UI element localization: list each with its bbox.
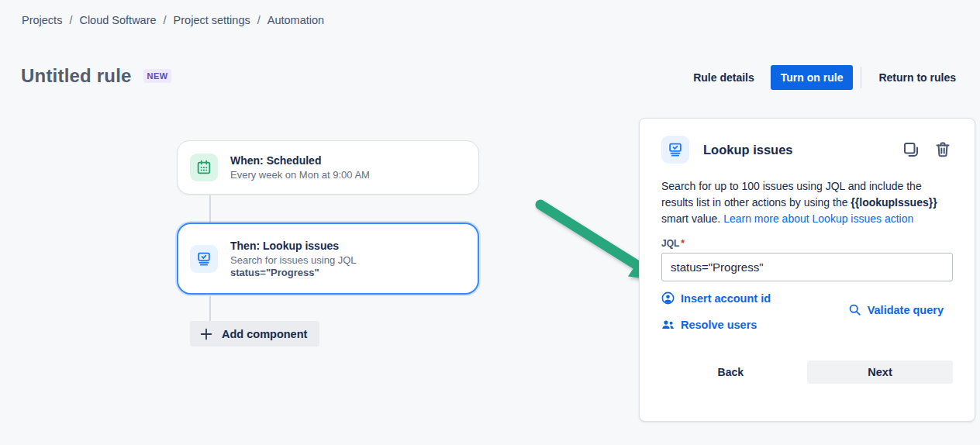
lookup-issues-icon: [190, 245, 218, 273]
trigger-card-title: When: Scheduled: [230, 154, 370, 167]
back-button[interactable]: Back: [716, 361, 745, 383]
insert-account-id-link[interactable]: Insert account id: [661, 291, 771, 305]
duplicate-component-button[interactable]: [901, 140, 921, 160]
trigger-card-text: When: Scheduled Every week on Mon at 9:0…: [230, 154, 370, 181]
search-icon: [848, 303, 861, 316]
plus-icon: [199, 327, 213, 341]
breadcrumb-project-settings[interactable]: Project settings: [174, 14, 250, 26]
duplicate-icon: [902, 140, 920, 159]
next-button[interactable]: Next: [807, 360, 953, 384]
required-asterisk: *: [681, 238, 685, 249]
validate-query-link[interactable]: Validate query: [848, 303, 944, 316]
panel-description: Search for up to 100 issues using JQL an…: [661, 178, 953, 227]
breadcrumb: Projects / Cloud Software / Project sett…: [22, 14, 324, 26]
people-icon: [661, 318, 675, 331]
turn-on-rule-button[interactable]: Turn on rule: [771, 65, 854, 90]
new-badge: NEW: [143, 69, 172, 83]
breadcrumb-projects[interactable]: Projects: [22, 14, 62, 26]
jql-label-text: JQL: [661, 238, 679, 249]
jql-helper-links: Insert account id Resolve users: [661, 291, 953, 331]
rule-details-button[interactable]: Rule details: [684, 66, 764, 89]
breadcrumb-separator: /: [164, 14, 167, 26]
validate-query-label: Validate query: [868, 304, 944, 316]
learn-more-link[interactable]: Learn more about Lookup issues action: [723, 212, 913, 225]
resolve-users-label: Resolve users: [681, 319, 757, 331]
action-card-text: Then: Lookup issues Search for issues us…: [230, 240, 357, 278]
calendar-icon: [190, 154, 218, 181]
trash-icon: [933, 140, 952, 159]
smart-value-text: {{lookupIssues}}: [851, 196, 937, 209]
trigger-card-subtitle: Every week on Mon at 9:00 AM: [230, 169, 370, 181]
page-title: Untitled rule: [21, 65, 132, 87]
insert-account-id-label: Insert account id: [681, 292, 771, 305]
flow-connector: [209, 195, 211, 222]
panel-header: Lookup issues: [661, 136, 953, 164]
jql-input[interactable]: [661, 253, 953, 281]
flow-connector: [209, 295, 211, 321]
panel-footer: Back Next: [661, 360, 953, 384]
add-component-button[interactable]: Add component: [190, 321, 319, 347]
action-card-query-preview: status="Progress": [230, 267, 357, 278]
trigger-card-scheduled[interactable]: When: Scheduled Every week on Mon at 9:0…: [177, 140, 479, 195]
jql-helper-links-right: Validate query: [848, 303, 953, 319]
person-icon: [661, 291, 675, 305]
title-row: Untitled rule NEW: [21, 65, 171, 87]
add-component-label: Add component: [222, 328, 307, 340]
breadcrumb-separator: /: [257, 14, 261, 26]
action-card-lookup-issues[interactable]: Then: Lookup issues Search for issues us…: [177, 222, 479, 295]
delete-component-button[interactable]: [933, 140, 953, 160]
jql-field-label: JQL*: [661, 238, 953, 249]
action-card-title: Then: Lookup issues: [230, 240, 357, 252]
action-card-subtitle: Search for issues using JQL: [230, 254, 357, 266]
breadcrumb-cloud-software[interactable]: Cloud Software: [79, 14, 156, 26]
description-text: smart value.: [661, 212, 723, 225]
jql-helper-links-left: Insert account id Resolve users: [661, 291, 771, 331]
breadcrumb-automation[interactable]: Automation: [267, 14, 324, 26]
return-to-rules-button[interactable]: Return to rules: [869, 66, 965, 89]
panel-title: Lookup issues: [703, 143, 901, 157]
lookup-issues-panel: Lookup issues Search for up: [639, 118, 975, 422]
header-divider: [861, 67, 861, 88]
breadcrumb-separator: /: [69, 14, 72, 26]
lookup-issues-icon: [661, 136, 689, 164]
header-actions: Rule details Turn on rule Return to rule…: [684, 65, 965, 90]
resolve-users-link[interactable]: Resolve users: [661, 318, 757, 331]
